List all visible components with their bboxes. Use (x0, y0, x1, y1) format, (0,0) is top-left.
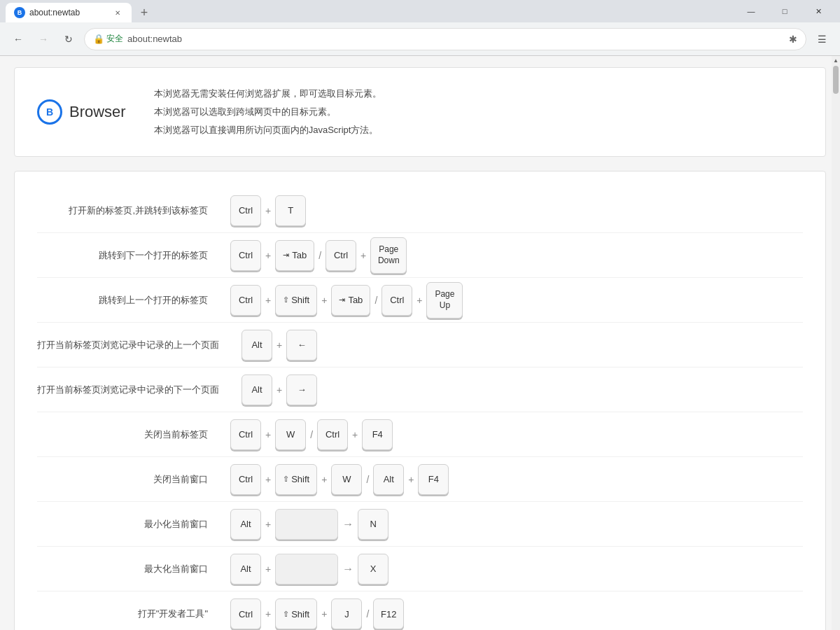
minimize-button[interactable]: — (735, 0, 767, 22)
refresh-button[interactable]: ↻ (59, 29, 78, 49)
info-card: B Browser 本浏览器无需安装任何浏览器扩展，即可选取目标元素。 本浏览器… (14, 67, 826, 157)
sep2: + (321, 608, 327, 620)
shortcut-row-next-tab: 跳转到下一个打开的标签页 Ctrl + ⇥ Tab / Ctrl + PageD… (37, 233, 803, 278)
shortcut-desc: 打开当前标签页浏览记录中记录的上一个页面 (37, 339, 230, 351)
scroll-up-arrow[interactable]: ▲ (832, 56, 840, 64)
shortcuts-card: 打开新的标签页,并跳转到该标签页 Ctrl + T 跳转到下一个打开的标签页 C… (14, 171, 826, 630)
key-ctrl2: Ctrl (317, 419, 348, 450)
brand-name: Browser (69, 103, 126, 121)
sep2: + (360, 250, 366, 261)
sep: + (265, 295, 271, 306)
info-text-block: 本浏览器无需安装任何浏览器扩展，即可选取目标元素。 本浏览器可以选取到跨域网页中… (154, 85, 382, 139)
key-ctrl: Ctrl (230, 195, 261, 226)
scrollbar-thumb[interactable] (833, 66, 839, 94)
key-ctrl: Ctrl (230, 598, 261, 629)
sep2: + (321, 474, 327, 485)
shortcut-row-devtools: 打开"开发者工具" Ctrl + ⇧ Shift + J / F12 (37, 592, 803, 630)
shortcut-row-forward: 打开当前标签页浏览记录中记录的下一个页面 Alt + → (37, 368, 803, 412)
keys-area: Alt + → X (230, 554, 388, 584)
info-line-3: 本浏览器可以直接调用所访问页面内的JavaScript方法。 (154, 121, 382, 139)
key-f4: F4 (418, 464, 449, 495)
info-line-2: 本浏览器可以选取到跨域网页中的目标元素。 (154, 103, 382, 121)
keys-area: Alt + ← (241, 330, 317, 360)
sep: + (265, 250, 271, 261)
key-ctrl2: Ctrl (382, 285, 412, 316)
key-alt: Alt (241, 374, 272, 405)
key-ctrl: Ctrl (230, 464, 261, 495)
key-alt: Alt (373, 464, 404, 495)
sep-arrow: → (342, 518, 354, 531)
key-n: N (358, 509, 388, 540)
shortcut-desc: 最大化当前窗口 (37, 563, 219, 575)
shortcut-desc: 打开"开发者工具" (37, 608, 219, 620)
keys-area: Ctrl + T (230, 195, 306, 226)
keys-area: Ctrl + ⇧ Shift + ⇥ Tab / Ctrl + PageUp (230, 282, 463, 318)
keys-area: Ctrl + W / Ctrl + F4 (230, 419, 393, 450)
close-button[interactable]: ✕ (802, 0, 834, 22)
shortcut-desc: 跳转到下一个打开的标签页 (37, 249, 219, 262)
key-shift: ⇧ Shift (275, 598, 317, 629)
key-right: → (286, 374, 317, 405)
extensions-button[interactable]: ☰ (812, 29, 832, 49)
back-button[interactable]: ← (8, 29, 28, 49)
key-x: X (358, 554, 388, 584)
main-content: B Browser 本浏览器无需安装任何浏览器扩展，即可选取目标元素。 本浏览器… (0, 56, 840, 630)
key-tab: ⇥ Tab (331, 285, 370, 316)
forward-button[interactable]: → (34, 29, 53, 49)
key-w: W (275, 419, 306, 450)
shortcut-row-new-tab: 打开新的标签页,并跳转到该标签页 Ctrl + T (37, 188, 803, 233)
url-refresh-icon[interactable]: ✱ (789, 34, 797, 45)
key-ctrl2: Ctrl (326, 240, 356, 271)
sep-slash: / (366, 608, 369, 620)
shortcut-row-close-tab: 关闭当前标签页 Ctrl + W / Ctrl + F4 (37, 412, 803, 457)
sep-slash: / (374, 295, 377, 306)
sep2: + (321, 295, 327, 306)
active-tab[interactable]: B about:newtab ✕ (6, 3, 132, 22)
key-left: ← (286, 330, 317, 360)
sep: + (265, 205, 271, 216)
sep: + (265, 519, 271, 530)
tab-close-button[interactable]: ✕ (112, 7, 123, 18)
sep3: + (416, 295, 422, 306)
shortcut-row-minimize: 最小化当前窗口 Alt + → N (37, 502, 803, 547)
key-shift: ⇧ Shift (275, 464, 317, 495)
window-controls: — □ ✕ (735, 0, 834, 22)
shortcut-desc: 关闭当前窗口 (37, 473, 219, 486)
brand-logo: B Browser (37, 99, 126, 125)
security-label: 安全 (106, 33, 123, 45)
key-alt: Alt (241, 330, 272, 360)
sep2: + (352, 429, 358, 440)
shortcut-row-prev-tab: 跳转到上一个打开的标签页 Ctrl + ⇧ Shift + ⇥ Tab / Ct… (37, 278, 803, 323)
sep-slash: / (318, 250, 321, 261)
security-indicator: 🔒 安全 (93, 33, 123, 45)
key-ctrl: Ctrl (230, 419, 261, 450)
keys-area: Ctrl + ⇧ Shift + J / F12 (230, 598, 404, 629)
shortcut-desc: 最小化当前窗口 (37, 518, 219, 531)
url-text: about:newtab (127, 34, 182, 44)
key-pagedown: PageDown (370, 237, 407, 274)
shortcut-row-close-window: 关闭当前窗口 Ctrl + ⇧ Shift + W / Alt + F4 (37, 457, 803, 502)
new-tab-button[interactable]: + (132, 3, 157, 22)
keys-area: Alt + → (241, 374, 317, 405)
sep-slash: / (310, 429, 313, 440)
key-t: T (275, 195, 306, 226)
url-bar[interactable]: 🔒 安全 about:newtab ✱ (84, 28, 806, 50)
sep: + (276, 340, 282, 351)
titlebar: B about:newtab ✕ + — □ ✕ (0, 0, 840, 22)
keys-area: Ctrl + ⇥ Tab / Ctrl + PageDown (230, 237, 407, 274)
sep-arrow: → (342, 563, 354, 575)
sep: + (265, 429, 271, 440)
scrollbar[interactable]: ▲ (832, 56, 840, 630)
addressbar: ← → ↻ 🔒 安全 about:newtab ✱ ☰ (0, 22, 840, 56)
key-blank (275, 554, 338, 584)
key-alt: Alt (230, 509, 261, 540)
shortcut-desc: 跳转到上一个打开的标签页 (37, 294, 219, 307)
key-blank (275, 509, 338, 540)
tab-favicon: B (14, 7, 25, 18)
sep: + (265, 564, 271, 575)
key-f12: F12 (373, 598, 404, 629)
sep: + (276, 384, 282, 396)
shortcut-desc: 打开新的标签页,并跳转到该标签页 (37, 204, 219, 217)
maximize-button[interactable]: □ (769, 0, 801, 22)
sep: + (265, 608, 271, 620)
